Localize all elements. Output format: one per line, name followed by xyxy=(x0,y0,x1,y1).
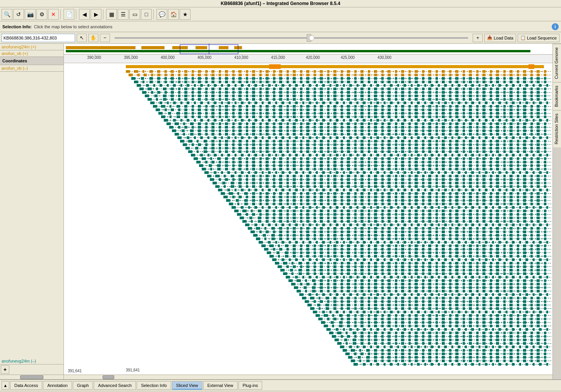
right-tab-bookmarks[interactable]: Bookmarks xyxy=(553,82,561,110)
sidebar-scroll-thumb[interactable] xyxy=(20,375,43,379)
title-bar: KB668836 (afunf1) – Integrated Genome Br… xyxy=(0,0,561,7)
select-mode-button[interactable]: ↖ xyxy=(77,34,87,42)
comment-button[interactable]: 💬 xyxy=(156,9,167,20)
toolbar-separator4 xyxy=(153,9,155,19)
close-button[interactable]: ✕ xyxy=(48,9,59,20)
track-label-coordinates: Coordinates xyxy=(0,57,63,65)
track-label-anofunevg24m-minus[interactable]: anofunevg24m (–) xyxy=(0,358,63,364)
tab-graph[interactable]: Graph xyxy=(73,381,93,390)
load-sequence-icon: 📋 xyxy=(520,35,526,40)
star-button[interactable]: ★ xyxy=(180,9,190,20)
coord-position-label: 391,641 xyxy=(68,369,82,373)
load-data-label: Load Data xyxy=(494,36,513,40)
selection-bar: Selection Info: Click the map below to s… xyxy=(0,21,561,32)
tab-data-access[interactable]: Data Access xyxy=(10,381,42,390)
tab-selection-info[interactable]: Selection Info xyxy=(137,381,171,390)
load-data-button[interactable]: 📥 Load Data xyxy=(484,34,516,42)
tab-annotation[interactable]: Annotation xyxy=(43,381,72,390)
zoom-out-button[interactable]: − xyxy=(100,34,110,42)
overview-canvas xyxy=(64,44,552,55)
pan-mode-button[interactable]: ✋ xyxy=(88,34,98,42)
tab-sliced-view[interactable]: Sliced View xyxy=(172,381,202,390)
track-label-anofunevg24m-plus[interactable]: anofunevg24m (+) xyxy=(0,44,63,50)
forward-button[interactable]: ▶ xyxy=(91,9,101,20)
refresh-button[interactable]: ↺ xyxy=(13,9,24,20)
tab-scroll-left[interactable]: ▲ xyxy=(2,381,9,390)
film-button[interactable]: ▦ xyxy=(106,9,117,20)
right-panel: Current Genome Bookmarks Restriction Sit… xyxy=(552,44,561,379)
track-label-anofun-vb-plus[interactable]: anofun_vb (+) xyxy=(0,50,63,57)
coordinate-input[interactable] xyxy=(2,34,75,42)
back-button[interactable]: ◀ xyxy=(79,9,90,20)
scroll-thumb[interactable] xyxy=(103,375,114,379)
info-icon[interactable]: i xyxy=(552,23,559,30)
toolbar: 🔍 ↺ 📷 ⚙ ✕ 📄 ◀ ▶ ▦ ☰ ▭ □ 💬 🏠 ★ xyxy=(0,7,561,21)
screenshot-button[interactable]: 📷 xyxy=(25,9,36,20)
list-button[interactable]: ☰ xyxy=(118,9,129,20)
zoom-slider-container xyxy=(112,37,471,39)
zoom-thumb[interactable] xyxy=(309,35,314,41)
overview-strip[interactable] xyxy=(64,44,552,55)
zoom-slider[interactable] xyxy=(115,37,468,39)
location-bar: ↖ ✋ − + 📥 Load Data 📋 Load Sequence xyxy=(0,32,561,44)
tab-advanced-search[interactable]: Advanced Search xyxy=(94,381,136,390)
add-track-button[interactable]: + xyxy=(1,365,9,374)
selection-info-label: Selection Info: xyxy=(2,24,32,29)
load-sequence-button[interactable]: 📋 Load Sequence xyxy=(518,34,559,42)
tab-plug-ins[interactable]: Plug-ins xyxy=(238,381,262,390)
sidebar: anofunevg24m (+) anofun_vb (+) Coordinat… xyxy=(0,44,64,379)
zoom-in-loc-button[interactable]: + xyxy=(473,34,483,42)
genome-canvas xyxy=(64,63,552,375)
bottom-tabs: ▲ Data Access Annotation Graph Advanced … xyxy=(0,379,561,391)
toolbar-separator2 xyxy=(76,9,77,19)
load-sequence-label: Load Sequence xyxy=(527,36,557,40)
toolbar-separator3 xyxy=(103,9,105,19)
horizontal-scrollbar[interactable] xyxy=(64,375,552,379)
track-content[interactable]: 391,641 xyxy=(64,63,552,375)
home-button[interactable]: 🏠 xyxy=(168,9,179,20)
genome-area: 391,641 xyxy=(64,44,552,379)
sidebar-scrollbar xyxy=(0,375,63,379)
main-content: anofunevg24m (+) anofun_vb (+) Coordinat… xyxy=(0,44,561,379)
right-tab-current-genome[interactable]: Current Genome xyxy=(553,44,561,82)
right-tab-restriction-sites[interactable]: Restriction Sites xyxy=(553,110,561,147)
toolbar-separator xyxy=(60,9,62,19)
window-title: KB668836 (afunf1) – Integrated Genome Br… xyxy=(221,1,340,6)
zoom-in-button[interactable]: 🔍 xyxy=(2,9,12,20)
minus-rect-button[interactable]: ▭ xyxy=(129,9,140,20)
coordinate-ruler xyxy=(64,55,552,63)
track-label-anofun-vb-minus[interactable]: anofun_vb (–) xyxy=(0,65,63,72)
selection-info-text: Click the map below to select annotation… xyxy=(34,24,112,29)
box-button[interactable]: □ xyxy=(141,9,152,20)
tab-external-view[interactable]: External View xyxy=(203,381,238,390)
load-data-icon: 📥 xyxy=(487,35,492,40)
settings-button[interactable]: ⚙ xyxy=(36,9,47,20)
ruler-canvas xyxy=(64,55,552,62)
data-button[interactable]: 📄 xyxy=(63,9,74,20)
